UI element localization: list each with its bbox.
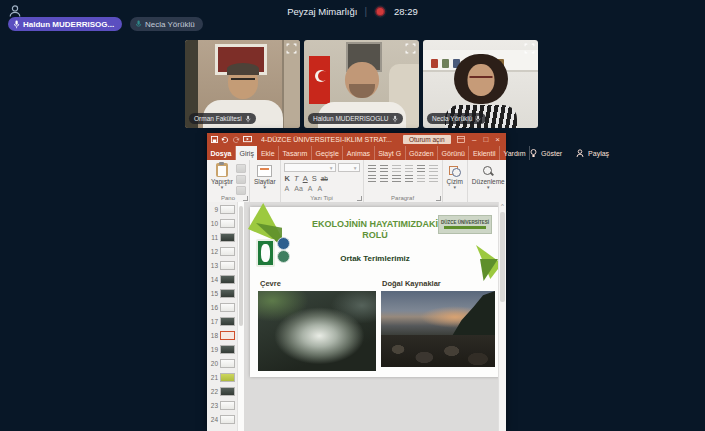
slide-thumbnail-row[interactable]: 24 [207, 412, 237, 426]
font-name-combo[interactable]: ▾ [284, 163, 336, 172]
slide-thumbnail[interactable] [220, 247, 235, 256]
maximize-button[interactable]: □ [483, 135, 488, 144]
slide-thumbnail[interactable] [220, 233, 235, 242]
align-right-icon[interactable] [392, 175, 400, 182]
align-left-icon[interactable] [368, 175, 376, 182]
drawing-button[interactable]: Çizim ▾ [445, 164, 465, 190]
slide-thumbnail-row[interactable]: 14 [207, 272, 237, 286]
new-slide-button[interactable]: Slaytlar ▾ [252, 164, 278, 190]
slide-thumbnail-row[interactable]: 13 [207, 258, 237, 272]
expand-icon[interactable] [524, 43, 535, 54]
slide-thumbnail-row[interactable]: 15 [207, 286, 237, 300]
slide-thumbnail-row[interactable]: 10 [207, 216, 237, 230]
tab-animasyonlar[interactable]: Animas [343, 146, 374, 160]
slide-thumbnail[interactable] [220, 415, 235, 424]
slide-thumbnail-row[interactable]: 18 [207, 328, 237, 342]
tab-tasarim[interactable]: Tasarım [279, 146, 312, 160]
slide-thumbnail[interactable] [220, 317, 235, 326]
slide-thumbnail[interactable] [220, 275, 235, 284]
participant-icon[interactable] [8, 4, 22, 18]
slide-thumbnail-row[interactable]: 12 [207, 244, 237, 258]
tab-ekle[interactable]: Ekle [257, 146, 279, 160]
tab-yardim[interactable]: Yardım [500, 146, 530, 160]
slide-thumbnail[interactable] [220, 359, 235, 368]
grow-font-button[interactable]: A [308, 185, 313, 192]
slide-thumbnail[interactable] [220, 387, 235, 396]
tab-gozden-gecir[interactable]: Gözden [406, 146, 439, 160]
bold-button[interactable]: K [285, 174, 290, 183]
slide-thumbnail[interactable] [220, 205, 235, 214]
justify-icon[interactable] [405, 175, 413, 182]
thumbnail-scrollbar[interactable] [237, 202, 244, 431]
shadow-button[interactable]: S [312, 174, 317, 183]
share-label[interactable]: Paylaş [588, 150, 609, 157]
font-size-combo[interactable]: ▾ [338, 163, 360, 172]
slide-thumbnail-row[interactable]: 20 [207, 356, 237, 370]
decrease-indent-icon[interactable] [392, 165, 400, 172]
slide-thumbnail-row[interactable]: 23 [207, 398, 237, 412]
font-color-button[interactable]: A [285, 185, 290, 192]
dialog-launcher-icon[interactable] [243, 196, 248, 201]
tab-eklentiler[interactable]: Eklentil [469, 146, 500, 160]
italic-button[interactable]: T [294, 174, 299, 183]
slideshow-icon[interactable] [243, 136, 252, 143]
video-tile-orman-fakultesi[interactable]: Orman Fakültesi [185, 40, 300, 128]
tab-gecisler[interactable]: Geçişle [312, 146, 343, 160]
smartart-icon[interactable] [429, 175, 437, 182]
slide-vertical-scrollbar[interactable]: ^ [498, 202, 506, 431]
columns-icon[interactable] [417, 175, 425, 182]
recording-indicator-icon[interactable] [374, 5, 387, 18]
bullets-icon[interactable] [368, 165, 376, 172]
dialog-launcher-icon[interactable] [357, 196, 362, 201]
editing-button[interactable]: Düzenleme ▾ [470, 164, 507, 190]
change-case-button[interactable]: Aa [294, 185, 303, 192]
minimize-button[interactable]: – [472, 135, 476, 144]
dialog-launcher-icon[interactable] [436, 196, 441, 201]
video-tile-necla[interactable]: Necla Yörüklü [423, 40, 538, 128]
tellme-lightbulb-icon[interactable] [530, 149, 537, 158]
slide-thumbnail-row[interactable]: 22 [207, 384, 237, 398]
ribbon-display-icon[interactable] [457, 136, 465, 143]
slide-thumbnail-row[interactable]: 21 [207, 370, 237, 384]
slide-thumbnail-row[interactable]: 19 [207, 342, 237, 356]
undo-icon[interactable] [221, 136, 229, 143]
share-person-icon[interactable] [576, 149, 584, 158]
underline-button[interactable]: A [303, 174, 308, 183]
save-icon[interactable] [211, 136, 218, 143]
slide-thumbnail[interactable] [220, 373, 235, 382]
paste-button[interactable]: Yapıştır ▾ [209, 162, 235, 197]
slide-thumbnail-row[interactable]: 9 [207, 202, 237, 216]
slide-thumbnail-row[interactable]: 16 [207, 300, 237, 314]
tab-slayt-gosterisi[interactable]: Slayt G [375, 146, 406, 160]
slide-thumbnail[interactable] [220, 219, 235, 228]
selected-slide-thumbnail[interactable] [220, 331, 235, 340]
cut-icon[interactable] [236, 164, 246, 173]
numbering-icon[interactable] [380, 165, 388, 172]
slide-thumbnail-list[interactable]: 9101112131415161718192021222324 [207, 202, 237, 431]
expand-icon[interactable] [286, 43, 297, 54]
slide-thumbnail[interactable] [220, 289, 235, 298]
video-tile-haldun[interactable]: Haldun MUDERRISOGLU [304, 40, 419, 128]
close-button[interactable]: × [495, 135, 500, 144]
increase-indent-icon[interactable] [405, 165, 413, 172]
current-slide[interactable]: EKOLOJİNİN HAYATIMIZDAKİ ROLÜ Ortak Teri… [250, 207, 500, 377]
sign-in-button[interactable]: Oturum açın [403, 135, 451, 144]
slide-thumbnail[interactable] [220, 261, 235, 270]
line-spacing-icon[interactable] [417, 165, 425, 172]
text-direction-icon[interactable] [429, 165, 437, 172]
slide-thumbnail[interactable] [220, 303, 235, 312]
slide-thumbnail-row[interactable]: 17 [207, 314, 237, 328]
slide-thumbnail[interactable] [220, 345, 235, 354]
slide-thumbnail[interactable] [220, 401, 235, 410]
copy-icon[interactable] [236, 175, 246, 184]
tellme-label[interactable]: Göster [541, 150, 562, 157]
align-center-icon[interactable] [380, 175, 388, 182]
slide-thumbnail-row[interactable]: 11 [207, 230, 237, 244]
shrink-font-button[interactable]: A [318, 185, 323, 192]
tab-giris[interactable]: Giriş [236, 146, 257, 160]
format-painter-icon[interactable] [236, 186, 246, 195]
redo-icon[interactable] [232, 136, 240, 143]
active-speaker-pill[interactable]: Haldun MUDERRISOG... [8, 17, 122, 31]
tab-gorunum[interactable]: Görünü [438, 146, 469, 160]
speaker-pill[interactable]: Necla Yörüklü [130, 17, 203, 31]
